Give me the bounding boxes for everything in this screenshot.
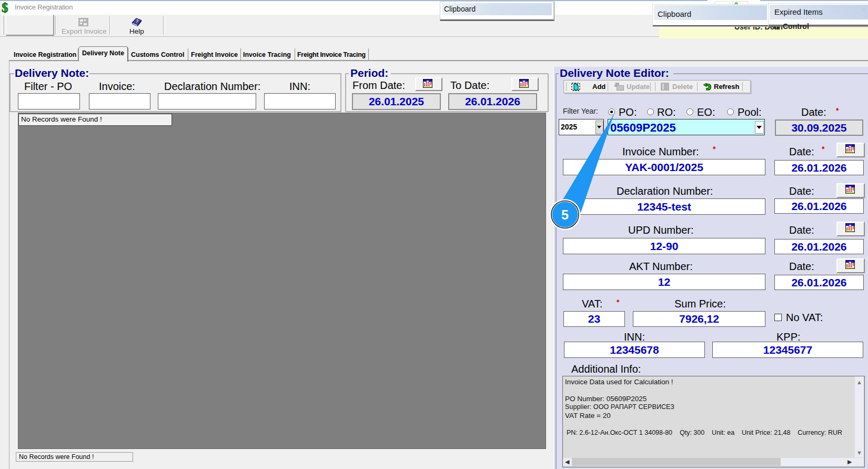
svg-text:5: 5 <box>561 207 569 222</box>
